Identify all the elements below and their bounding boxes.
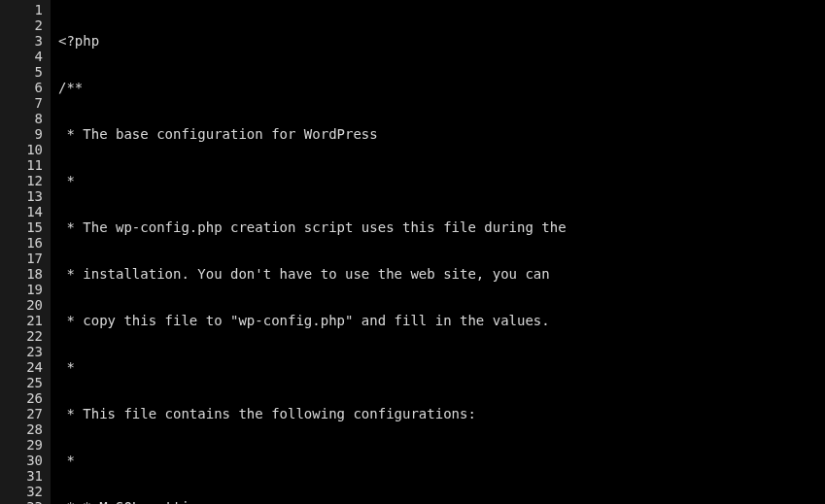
line-number: 27 — [4, 406, 43, 421]
line-number: 10 — [4, 142, 43, 157]
line-number: 1 — [4, 2, 43, 17]
code-line: * This file contains the following confi… — [58, 406, 825, 421]
line-number: 28 — [4, 421, 43, 437]
line-number: 8 — [4, 111, 43, 126]
line-number: 29 — [4, 437, 43, 453]
line-number: 32 — [4, 484, 43, 499]
line-number: 25 — [4, 375, 43, 390]
code-line: * The base configuration for WordPress — [58, 126, 825, 142]
line-number: 18 — [4, 266, 43, 282]
line-number: 16 — [4, 235, 43, 251]
line-number: 20 — [4, 297, 43, 313]
line-number: 24 — [4, 359, 43, 375]
line-number: 9 — [4, 126, 43, 142]
line-number: 12 — [4, 173, 43, 188]
line-number: 11 — [4, 157, 43, 173]
line-number: 15 — [4, 219, 43, 235]
line-number: 30 — [4, 453, 43, 468]
line-number: 4 — [4, 49, 43, 64]
code-line: /** — [58, 80, 825, 95]
code-line: * — [58, 359, 825, 375]
code-line: * copy this file to "wp-config.php" and … — [58, 313, 825, 328]
line-number: 3 — [4, 33, 43, 49]
line-number: 17 — [4, 251, 43, 266]
line-number: 13 — [4, 188, 43, 204]
line-number: 14 — [4, 204, 43, 219]
line-number-gutter: 1 2 3 4 5 6 7 8 9 10 11 12 13 14 15 16 1… — [0, 0, 51, 504]
line-number: 26 — [4, 390, 43, 406]
code-line: * installation. You don't have to use th… — [58, 266, 825, 282]
line-number: 7 — [4, 95, 43, 111]
line-number: 31 — [4, 468, 43, 484]
line-number: 6 — [4, 80, 43, 95]
line-number: 5 — [4, 64, 43, 80]
code-editor-area[interactable]: <?php /** * The base configuration for W… — [51, 0, 825, 504]
code-line: * * MySQL settings — [58, 499, 825, 504]
line-number: 19 — [4, 282, 43, 297]
line-number: 33 — [4, 499, 43, 504]
code-line: * — [58, 453, 825, 468]
code-line: * — [58, 173, 825, 188]
line-number: 2 — [4, 17, 43, 33]
line-number: 21 — [4, 313, 43, 328]
code-line: * The wp-config.php creation script uses… — [58, 219, 825, 235]
code-line: <?php — [58, 33, 825, 49]
line-number: 22 — [4, 328, 43, 344]
line-number: 23 — [4, 344, 43, 359]
